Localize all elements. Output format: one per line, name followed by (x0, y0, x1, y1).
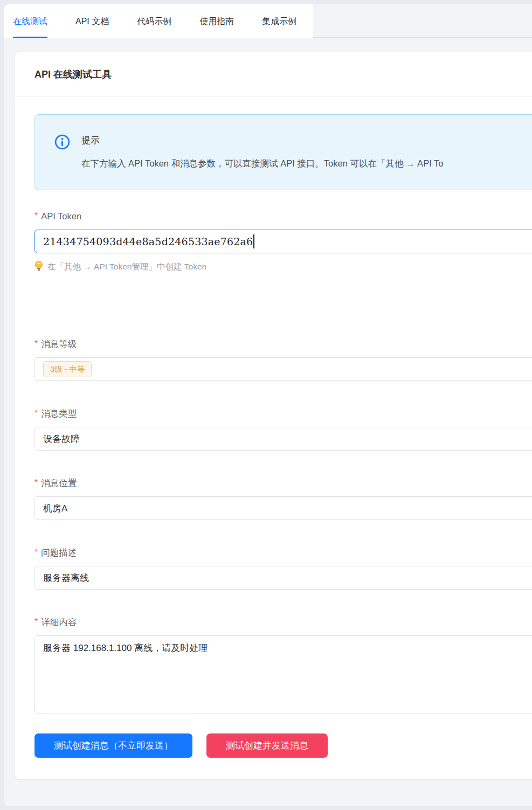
tab-code-samples[interactable]: 代码示例 (137, 5, 171, 38)
detail-content-label: * 详细内容 (34, 615, 532, 628)
api-token-label: * API Token (34, 210, 532, 223)
text-caret (253, 234, 254, 248)
message-level-label: * 消息等级 (34, 337, 532, 350)
alert-title: 提示 (81, 134, 443, 147)
tab-list: 在线测试 API 文档 代码示例 使用指南 集成示例 (4, 4, 313, 38)
required-mark: * (34, 476, 38, 489)
api-token-hint-text: 在「其他 → API Token管理」中创建 Token (47, 261, 206, 273)
api-test-card: API 在线测试工具 提示 在下方输入 API Token 和消息参数，可以直接… (15, 52, 532, 779)
test-create-send-button[interactable]: 测试创建并发送消息 (206, 733, 328, 758)
required-mark: * (34, 407, 38, 420)
form-item-issue-description: * 问题描述 服务器离线 (34, 546, 532, 590)
form-item-message-type: * 消息类型 设备故障 (34, 407, 532, 451)
message-level-tag[interactable]: 3级 - 中等 (43, 361, 92, 377)
alert-description: 在下方输入 API Token 和消息参数，可以直接测试 API 接口。Toke… (81, 157, 443, 170)
tab-integration-samples[interactable]: 集成示例 (262, 5, 296, 38)
message-location-value: 机房A (43, 502, 67, 515)
api-token-input[interactable]: 21434754093d44e8a5d246533ae762a6 (34, 230, 532, 253)
required-mark: * (34, 210, 38, 223)
message-location-label: * 消息位置 (34, 476, 532, 489)
form-item-detail-content: * 详细内容 服务器 192.168.1.100 离线，请及时处理 (34, 615, 532, 714)
detail-content-textarea[interactable]: 服务器 192.168.1.100 离线，请及时处理 (34, 635, 532, 714)
required-mark: * (34, 337, 38, 350)
info-circle-icon (54, 134, 70, 150)
detail-content-value: 服务器 192.168.1.100 离线，请及时处理 (43, 641, 208, 655)
issue-description-input[interactable]: 服务器离线 (34, 566, 532, 590)
message-type-label: * 消息类型 (34, 407, 532, 420)
tab-online-test[interactable]: 在线测试 (13, 5, 47, 38)
tab-bar: 在线测试 API 文档 代码示例 使用指南 集成示例 (4, 4, 532, 38)
info-alert: 提示 在下方输入 API Token 和消息参数，可以直接测试 API 接口。T… (34, 114, 532, 190)
api-token-hint: 在「其他 → API Token管理」中创建 Token (34, 260, 532, 274)
issue-description-value: 服务器离线 (43, 572, 89, 584)
page-title: API 在线测试工具 (34, 68, 112, 81)
tab-api-docs[interactable]: API 文档 (75, 5, 109, 38)
message-type-value: 设备故障 (43, 433, 80, 445)
issue-description-label: * 问题描述 (34, 546, 532, 559)
message-level-select[interactable]: 3级 - 中等 (34, 357, 532, 381)
test-create-button[interactable]: 测试创建消息（不立即发送） (34, 733, 192, 758)
lightbulb-icon (34, 260, 43, 274)
card-header: API 在线测试工具 (15, 52, 532, 97)
form-item-message-location: * 消息位置 机房A (34, 476, 532, 520)
action-buttons: 测试创建消息（不立即发送） 测试创建并发送消息 (34, 733, 532, 758)
required-mark: * (34, 546, 38, 559)
form-item-api-token: * API Token 21434754093d44e8a5d246533ae7… (34, 210, 532, 274)
alert-content: 提示 在下方输入 API Token 和消息参数，可以直接测试 API 接口。T… (81, 134, 443, 170)
page-panel: 在线测试 API 文档 代码示例 使用指南 集成示例 API 在线测试工具 (4, 4, 532, 806)
form-item-message-level: * 消息等级 3级 - 中等 (34, 337, 532, 381)
message-location-input[interactable]: 机房A (34, 496, 532, 520)
api-token-value: 21434754093d44e8a5d246533ae762a6 (43, 236, 253, 247)
message-type-input[interactable]: 设备故障 (34, 427, 532, 451)
card-body: 提示 在下方输入 API Token 和消息参数，可以直接测试 API 接口。T… (15, 97, 532, 779)
required-mark: * (34, 615, 38, 628)
tab-usage-guide[interactable]: 使用指南 (199, 5, 234, 38)
